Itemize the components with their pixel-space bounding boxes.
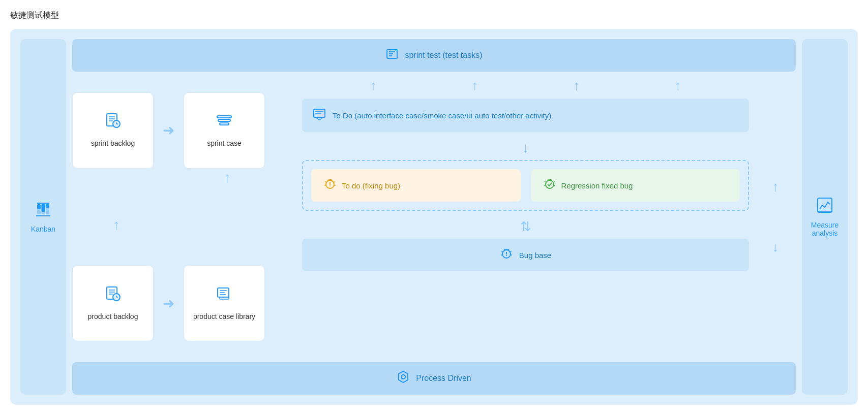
arrow-double: ⇅ bbox=[520, 219, 531, 234]
bug-base-box: Bug base bbox=[302, 239, 749, 271]
kanban-icon bbox=[35, 201, 51, 221]
kanban-sidebar: Kanban bbox=[20, 39, 66, 395]
sprint-test-icon bbox=[385, 47, 399, 63]
sprint-backlog-card: sprint backlog bbox=[72, 92, 154, 169]
bug-green-icon bbox=[543, 177, 556, 194]
todo-box: To Do (auto interface case/smoke case/ui… bbox=[302, 99, 749, 132]
arrow-up-2: ↑ bbox=[471, 78, 478, 93]
product-backlog-card: product backlog bbox=[72, 265, 154, 341]
svg-rect-57 bbox=[818, 198, 832, 212]
svg-point-56 bbox=[401, 375, 405, 379]
product-case-library-label: product case library bbox=[193, 312, 255, 322]
svg-rect-6 bbox=[36, 215, 50, 216]
svg-rect-1 bbox=[37, 204, 41, 209]
measure-icon bbox=[817, 197, 833, 217]
svg-rect-21 bbox=[220, 123, 229, 125]
svg-point-39 bbox=[330, 185, 331, 186]
arrow-sprint-right: ➜ bbox=[163, 122, 174, 139]
right-flow-column: ↑ ↑ ↑ ↑ To Do (auto inte bbox=[302, 78, 749, 356]
right-sidebar-arrows: ↑ ↓ bbox=[755, 78, 796, 356]
product-case-library-icon bbox=[216, 285, 233, 306]
svg-rect-20 bbox=[218, 119, 230, 121]
svg-line-46 bbox=[553, 181, 555, 182]
arrow-up-measure: ↑ bbox=[772, 179, 779, 195]
arrow-down-1: ↓ bbox=[522, 140, 529, 155]
arrow-up-3: ↑ bbox=[573, 78, 580, 93]
product-case-library-card: product case library bbox=[184, 265, 265, 341]
process-icon bbox=[397, 370, 410, 387]
svg-rect-5 bbox=[46, 204, 49, 208]
arrow-up-sprint: ↑ bbox=[224, 171, 231, 185]
product-backlog-icon bbox=[104, 285, 122, 306]
svg-line-41 bbox=[334, 181, 335, 182]
arrow-up-between-pairs: ↑ bbox=[113, 218, 120, 232]
svg-line-45 bbox=[545, 181, 546, 182]
product-backlog-label: product backlog bbox=[88, 312, 138, 322]
svg-rect-34 bbox=[314, 109, 325, 117]
svg-rect-33 bbox=[220, 297, 229, 299]
svg-rect-19 bbox=[217, 116, 231, 118]
sprint-case-label: sprint case bbox=[207, 139, 242, 149]
bug-base-label: Bug base bbox=[519, 251, 551, 260]
regression-fixed-bug-card: Regression fixed bug bbox=[531, 169, 740, 202]
arrow-product-right: ➜ bbox=[163, 295, 174, 312]
arrow-up-4: ↑ bbox=[675, 78, 681, 93]
svg-point-51 bbox=[506, 255, 507, 256]
svg-point-44 bbox=[546, 180, 554, 188]
kanban-label: Kanban bbox=[31, 225, 55, 233]
todo-fixing-bug-label: To do (fixing bug) bbox=[342, 181, 400, 190]
svg-rect-3 bbox=[42, 204, 45, 212]
sprint-case-card: sprint case bbox=[184, 92, 265, 169]
todo-fixing-bug-card: To do (fixing bug) bbox=[311, 169, 521, 202]
middle-row: sprint backlog ➜ sprint cas bbox=[72, 78, 796, 356]
arrow-up-1: ↑ bbox=[370, 78, 376, 93]
svg-line-40 bbox=[325, 181, 326, 182]
sprint-backlog-label: sprint backlog bbox=[91, 139, 135, 149]
svg-line-52 bbox=[501, 251, 503, 252]
measure-sidebar: Measure analysis bbox=[802, 39, 848, 395]
page-title: 敏捷测试模型 bbox=[10, 10, 858, 21]
svg-line-53 bbox=[510, 251, 512, 252]
todo-label: To Do (auto interface case/smoke case/ui… bbox=[333, 111, 551, 120]
left-boxes-area: sprint backlog ➜ sprint cas bbox=[72, 78, 296, 356]
bug-row: To do (fixing bug) bbox=[302, 160, 749, 211]
bug-orange-icon bbox=[323, 177, 337, 194]
process-bar: Process Driven bbox=[72, 362, 796, 395]
sprint-backlog-icon bbox=[104, 112, 122, 133]
center-content: sprint test (test tasks) bbox=[72, 39, 796, 395]
sprint-test-bar: sprint test (test tasks) bbox=[72, 39, 796, 72]
sprint-test-label: sprint test (test tasks) bbox=[405, 51, 482, 60]
main-container: Kanban sprint test (test tasks) bbox=[10, 29, 858, 405]
regression-fixed-bug-label: Regression fixed bug bbox=[561, 181, 633, 190]
todo-icon bbox=[312, 107, 326, 124]
sprint-case-icon bbox=[216, 112, 233, 133]
process-label: Process Driven bbox=[416, 374, 471, 383]
bug-base-icon bbox=[500, 247, 513, 263]
measure-label: Measure analysis bbox=[806, 221, 844, 237]
arrow-down-measure: ↓ bbox=[772, 239, 779, 255]
